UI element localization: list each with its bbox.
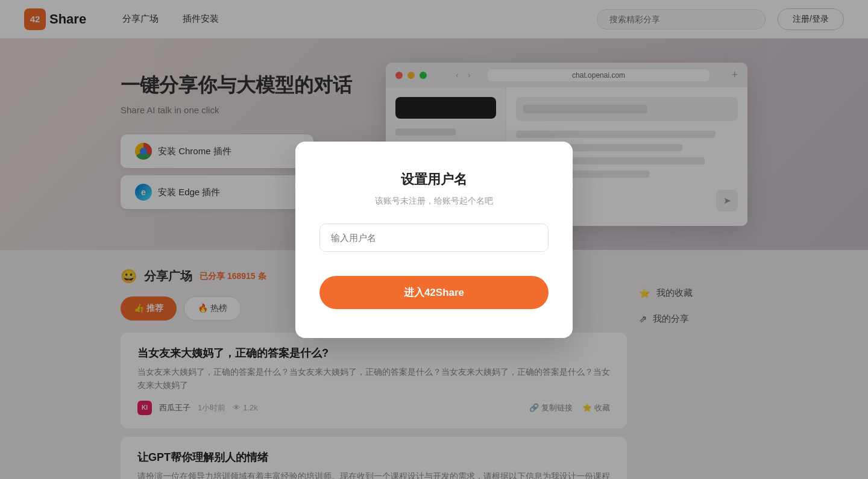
- modal: 设置用户名 该账号未注册，给账号起个名吧 进入42Share: [295, 142, 573, 338]
- modal-overlay[interactable]: 设置用户名 该账号未注册，给账号起个名吧 进入42Share: [0, 0, 868, 479]
- submit-button[interactable]: 进入42Share: [319, 276, 549, 309]
- username-input[interactable]: [319, 224, 549, 252]
- modal-title: 设置用户名: [401, 171, 467, 189]
- modal-subtitle: 该账号未注册，给账号起个名吧: [375, 196, 493, 207]
